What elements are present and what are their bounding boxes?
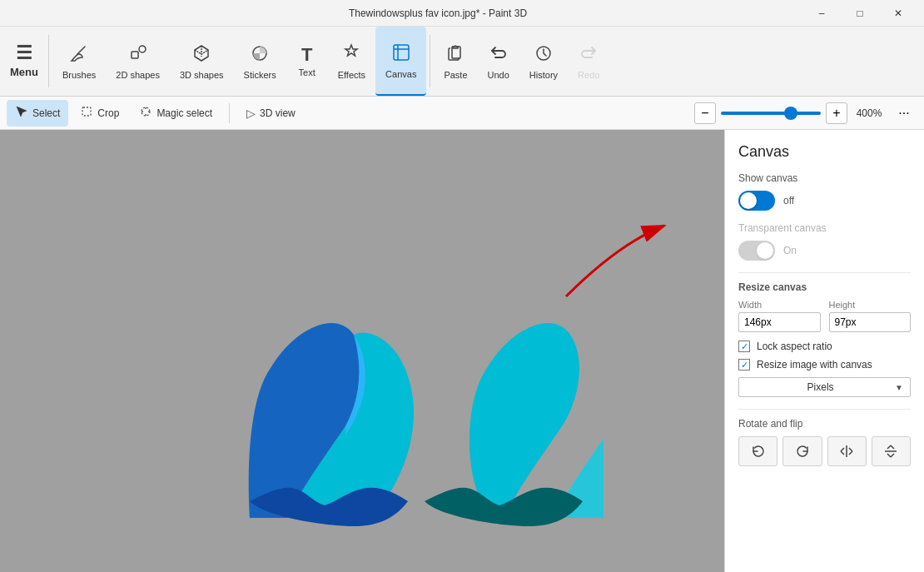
svg-rect-0 (132, 52, 138, 58)
undo-label: Undo (488, 70, 509, 80)
panel-divider-1 (738, 272, 911, 273)
canvas-label: Canvas (385, 69, 416, 79)
undo-icon (489, 43, 509, 67)
logo-image (121, 177, 604, 526)
crop-icon (80, 105, 93, 121)
show-canvas-state: off (783, 195, 794, 206)
lock-aspect-checkbox[interactable]: ✓ (738, 341, 750, 352)
more-options-button[interactable]: ··· (891, 100, 917, 127)
toolbar-menu[interactable]: ☰ Menu (3, 27, 45, 96)
toolbar-history[interactable]: History (519, 27, 568, 96)
toolbar-undo[interactable]: Undo (478, 27, 519, 96)
zoom-area: − + 400% ··· (694, 100, 917, 127)
resize-image-checkbox[interactable]: ✓ (738, 359, 750, 371)
height-input[interactable] (829, 312, 912, 332)
text-icon: T (301, 46, 312, 64)
toolbar-canvas[interactable]: Canvas (375, 27, 426, 96)
2dshapes-icon (128, 43, 148, 67)
main-area: Canvas Show canvas off Transparent canva… (0, 130, 924, 572)
transparent-canvas-toggle[interactable] (738, 241, 775, 261)
stickers-label: Stickers (244, 70, 276, 80)
text-label: Text (299, 67, 315, 77)
3dview-icon: ▷ (246, 107, 256, 120)
3dshapes-icon (191, 43, 211, 67)
zoom-in-button[interactable]: + (826, 102, 847, 124)
lock-aspect-label: Lock aspect ratio (757, 341, 832, 352)
ribbon-crop[interactable]: Crop (72, 100, 127, 127)
svg-rect-6 (82, 107, 91, 116)
width-group: Width (738, 300, 821, 332)
flip-vertical-button[interactable] (872, 436, 911, 466)
show-canvas-toggle[interactable] (738, 191, 775, 211)
ribbon-crop-label: Crop (97, 107, 119, 119)
rotate-left-button[interactable] (738, 436, 777, 466)
toolbar-paste[interactable]: Paste (434, 27, 477, 96)
toolbar-stickers[interactable]: Stickers (234, 27, 286, 96)
title-bar: Thewindowsplus fav icon.jpg* - Paint 3D … (0, 0, 924, 27)
toolbar: ☰ Menu Brushes 2D shapes 3D shapes Stick… (0, 27, 924, 97)
resize-image-label: Resize image with canvas (757, 359, 872, 371)
svg-rect-3 (394, 45, 409, 60)
maximize-button[interactable]: □ (841, 0, 879, 27)
brushes-icon (69, 43, 89, 67)
panel-divider-2 (738, 409, 911, 410)
3dshapes-label: 3D shapes (180, 70, 224, 80)
lock-aspect-row: ✓ Lock aspect ratio (738, 341, 911, 352)
window-controls: – □ ✕ (802, 0, 917, 27)
history-label: History (529, 70, 558, 80)
ribbon-magic-select-label: Magic select (156, 107, 212, 119)
history-icon (534, 43, 554, 67)
effects-label: Effects (338, 70, 365, 80)
show-canvas-label: Show canvas (738, 172, 911, 184)
ribbon-select-label: Select (32, 107, 60, 119)
select-icon (15, 105, 28, 121)
toolbar-redo[interactable]: Redo (568, 27, 609, 96)
svg-point-1 (139, 46, 146, 52)
toolbar-effects[interactable]: Effects (328, 27, 375, 96)
ribbon-select[interactable]: Select (7, 100, 68, 127)
flip-horizontal-button[interactable] (827, 436, 867, 466)
transparent-canvas-state: On (783, 245, 797, 256)
brushes-label: Brushes (62, 70, 96, 80)
show-canvas-knob (740, 192, 757, 209)
paste-label: Paste (444, 70, 467, 80)
width-input[interactable] (738, 312, 821, 332)
zoom-thumb (784, 107, 797, 120)
magic-select-icon (139, 105, 152, 121)
units-dropdown[interactable]: Pixels ▼ (738, 377, 911, 397)
resize-image-row: ✓ Resize image with canvas (738, 359, 911, 371)
ribbon-divider (229, 103, 230, 123)
width-label: Width (738, 300, 821, 310)
toolbar-2dshapes[interactable]: 2D shapes (106, 27, 170, 96)
redo-icon (579, 43, 599, 67)
effects-icon (341, 43, 361, 67)
height-label: Height (829, 300, 912, 310)
toolbar-3dshapes[interactable]: 3D shapes (170, 27, 234, 96)
toolbar-brushes[interactable]: Brushes (52, 27, 106, 96)
height-group: Height (829, 300, 912, 332)
close-button[interactable]: ✕ (879, 0, 917, 27)
zoom-out-button[interactable]: − (694, 102, 716, 124)
dropdown-arrow-icon: ▼ (895, 383, 903, 392)
zoom-slider[interactable] (721, 112, 821, 115)
resize-canvas-label: Resize canvas (738, 281, 911, 293)
transparent-canvas-knob (757, 242, 773, 259)
window-title: Thewindowsplus fav icon.jpg* - Paint 3D (73, 7, 802, 19)
2dshapes-label: 2D shapes (116, 70, 160, 80)
ribbon-magic-select[interactable]: Magic select (131, 100, 221, 127)
redo-label: Redo (578, 70, 599, 80)
rotate-right-button[interactable] (782, 436, 822, 466)
zoom-percent: 400% (852, 107, 886, 119)
toolbar-text[interactable]: T Text (286, 27, 328, 96)
minimize-button[interactable]: – (802, 0, 841, 27)
ribbon-3dview[interactable]: ▷ 3D view (238, 100, 304, 127)
transparent-canvas-toggle-row: On (738, 241, 911, 261)
ribbon-3dview-label: 3D view (260, 107, 296, 119)
canvas-drawing-area[interactable] (0, 130, 724, 572)
canvas-panel: Canvas Show canvas off Transparent canva… (724, 130, 924, 572)
paste-icon (445, 43, 465, 67)
menu-icon: ☰ (16, 44, 32, 62)
units-value: Pixels (746, 381, 895, 393)
panel-title: Canvas (738, 143, 911, 161)
dimensions-row: Width Height (738, 300, 911, 332)
